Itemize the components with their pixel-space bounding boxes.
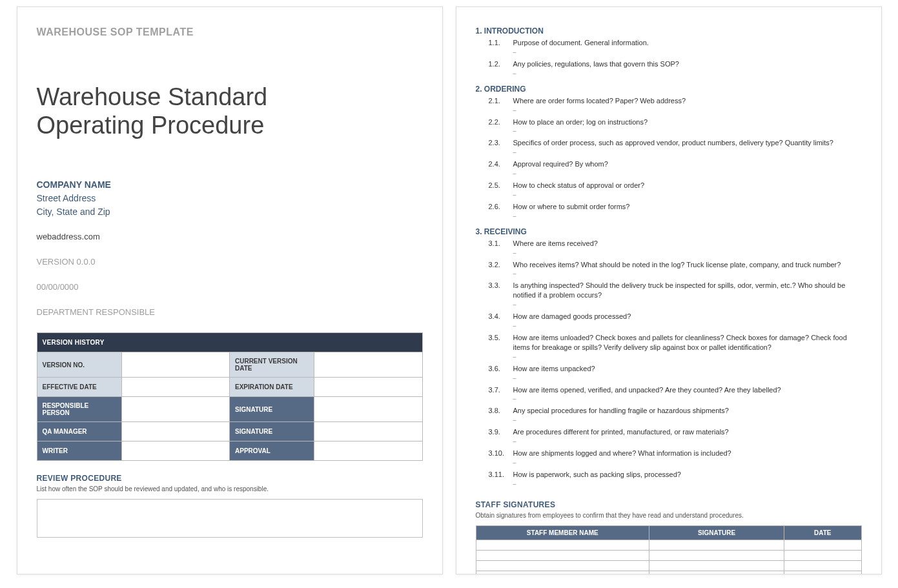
staff-signature-cell[interactable] bbox=[476, 540, 649, 550]
value-signature-1[interactable] bbox=[314, 397, 422, 422]
outline-item: 2.6.How or where to submit order forms? bbox=[476, 202, 862, 212]
outline-item-dash: – bbox=[476, 417, 862, 423]
outline-item-number: 3.4. bbox=[489, 312, 507, 321]
outline-item-number: 2.4. bbox=[489, 159, 507, 169]
outline-section: 1. INTRODUCTION1.1.Purpose of document. … bbox=[476, 26, 862, 77]
outline-item: 3.10.How are shipments logged and where?… bbox=[476, 449, 862, 458]
outline-item-text: Any policies, regulations, laws that gov… bbox=[513, 59, 679, 69]
outline-item: 2.3.Specifics of order process, such as … bbox=[476, 138, 862, 148]
outline-item-number: 3.7. bbox=[489, 385, 507, 395]
staff-signature-cell[interactable] bbox=[649, 571, 784, 574]
outline-item: 2.5.How to check status of approval or o… bbox=[476, 181, 862, 190]
outline-item-number: 1.2. bbox=[489, 59, 507, 69]
outline-item-number: 3.2. bbox=[489, 260, 507, 270]
label-version-no: VERSION NO. bbox=[37, 352, 121, 378]
date: 00/00/0000 bbox=[37, 282, 423, 292]
version-history-header: VERSION HISTORY bbox=[37, 333, 422, 352]
outline-item-dash: – bbox=[476, 107, 862, 114]
staff-signature-cell[interactable] bbox=[784, 560, 861, 571]
outline-item: 3.7.How are items opened, verified, and … bbox=[476, 385, 862, 395]
outline-item-number: 3.6. bbox=[489, 364, 507, 374]
staff-signature-row bbox=[476, 540, 861, 550]
outline-section: 3. RECEIVING3.1.Where are items received… bbox=[476, 227, 862, 487]
outline-item-dash: – bbox=[476, 149, 862, 156]
document-title: Warehouse Standard Operating Procedure bbox=[37, 83, 423, 139]
outline-item-dash: – bbox=[476, 270, 862, 277]
staff-signature-cell[interactable] bbox=[784, 571, 861, 574]
outline-item: 3.9.Are procedures different for printed… bbox=[476, 427, 862, 437]
outline-item-number: 2.6. bbox=[489, 202, 507, 212]
value-qa-manager[interactable] bbox=[121, 422, 229, 441]
label-qa-manager: QA MANAGER bbox=[37, 422, 121, 441]
outline-item-dash: – bbox=[476, 438, 862, 445]
outline-item-text: Specifics of order process, such as appr… bbox=[513, 138, 833, 148]
outline-item-dash: – bbox=[476, 213, 862, 219]
company-street: Street Address bbox=[37, 192, 423, 205]
outline-item-dash: – bbox=[476, 70, 862, 77]
staff-signature-row bbox=[476, 560, 861, 571]
value-approval[interactable] bbox=[314, 441, 422, 461]
outline-item-text: Who receives items? What should be noted… bbox=[513, 260, 841, 270]
value-version-no[interactable] bbox=[121, 352, 229, 378]
outline-item-text: Where are items received? bbox=[513, 239, 598, 248]
label-responsible-person: RESPONSIBLE PERSON bbox=[37, 397, 121, 422]
staff-signature-cell[interactable] bbox=[476, 550, 649, 560]
col-date: DATE bbox=[784, 525, 861, 540]
page-1: WAREHOUSE SOP TEMPLATE Warehouse Standar… bbox=[17, 6, 443, 574]
outline-item-number: 3.11. bbox=[489, 470, 507, 480]
outline: 1. INTRODUCTION1.1.Purpose of document. … bbox=[476, 26, 862, 487]
outline-section: 2. ORDERING2.1.Where are order forms loc… bbox=[476, 85, 862, 219]
outline-item: 3.2.Who receives items? What should be n… bbox=[476, 260, 862, 270]
outline-section-head: 3. RECEIVING bbox=[476, 227, 862, 236]
outline-item-text: How to place an order; log on instructio… bbox=[513, 117, 648, 127]
outline-item-dash: – bbox=[476, 323, 862, 329]
staff-signatures-title: STAFF SIGNATURES bbox=[476, 500, 862, 509]
outline-item-number: 3.3. bbox=[489, 281, 507, 300]
outline-item: 3.1.Where are items received? bbox=[476, 239, 862, 248]
page-2: 1. INTRODUCTION1.1.Purpose of document. … bbox=[456, 6, 882, 574]
version-history-table: VERSION HISTORY VERSION NO. CURRENT VERS… bbox=[37, 332, 423, 461]
review-procedure-title: REVIEW PROCEDURE bbox=[37, 474, 423, 483]
outline-section-head: 1. INTRODUCTION bbox=[476, 26, 862, 35]
value-effective-date[interactable] bbox=[121, 378, 229, 397]
value-signature-2[interactable] bbox=[314, 422, 422, 441]
value-writer[interactable] bbox=[121, 441, 229, 461]
outline-item-dash: – bbox=[476, 192, 862, 198]
outline-item-text: How are shipments logged and where? What… bbox=[513, 449, 731, 458]
outline-item-text: Are procedures different for printed, ma… bbox=[513, 427, 729, 437]
review-procedure-box[interactable] bbox=[37, 499, 423, 538]
value-current-version-date[interactable] bbox=[314, 352, 422, 378]
staff-signature-cell[interactable] bbox=[784, 550, 861, 560]
outline-item-text: How to check status of approval or order… bbox=[513, 181, 645, 190]
staff-signature-cell[interactable] bbox=[784, 540, 861, 550]
department: DEPARTMENT RESPONSIBLE bbox=[37, 307, 423, 317]
staff-signature-cell[interactable] bbox=[649, 540, 784, 550]
label-effective-date: EFFECTIVE DATE bbox=[37, 378, 121, 397]
version: VERSION 0.0.0 bbox=[37, 257, 423, 267]
staff-signature-cell[interactable] bbox=[649, 560, 784, 571]
outline-item-dash: – bbox=[476, 460, 862, 466]
company-name: COMPANY NAME bbox=[37, 178, 423, 192]
outline-item-dash: – bbox=[476, 481, 862, 487]
outline-item: 3.8.Any special procedures for handling … bbox=[476, 406, 862, 416]
staff-signature-cell[interactable] bbox=[476, 571, 649, 574]
outline-item-number: 2.5. bbox=[489, 181, 507, 190]
label-signature-2: SIGNATURE bbox=[229, 422, 314, 441]
value-expiration-date[interactable] bbox=[314, 378, 422, 397]
outline-item-dash: – bbox=[476, 250, 862, 256]
outline-item-dash: – bbox=[476, 375, 862, 381]
company-block: COMPANY NAME Street Address City, State … bbox=[37, 178, 423, 219]
outline-item-text: How or where to submit order forms? bbox=[513, 202, 630, 212]
outline-item-number: 2.3. bbox=[489, 138, 507, 148]
col-signature: SIGNATURE bbox=[649, 525, 784, 540]
outline-item-text: Any special procedures for handling frag… bbox=[513, 406, 729, 416]
staff-signature-cell[interactable] bbox=[476, 560, 649, 571]
value-responsible-person[interactable] bbox=[121, 397, 229, 422]
outline-item-number: 3.9. bbox=[489, 427, 507, 437]
company-city: City, State and Zip bbox=[37, 205, 423, 219]
outline-item-number: 1.1. bbox=[489, 38, 507, 48]
outline-item-dash: – bbox=[476, 396, 862, 402]
staff-signature-row bbox=[476, 550, 861, 560]
outline-section-head: 2. ORDERING bbox=[476, 85, 862, 94]
staff-signature-cell[interactable] bbox=[649, 550, 784, 560]
